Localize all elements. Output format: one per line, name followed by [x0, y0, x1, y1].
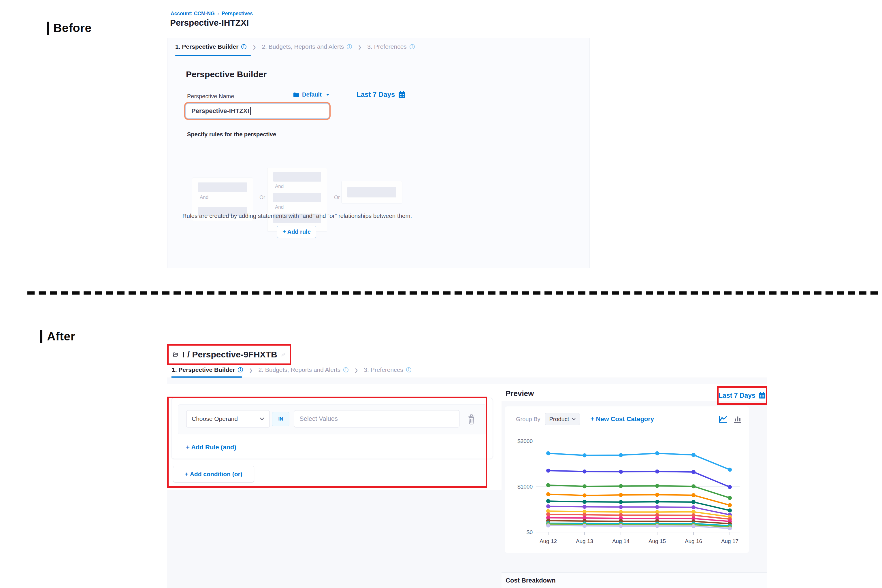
- calendar-icon: [758, 392, 766, 399]
- rule-row: Choose Operand IN: [178, 404, 487, 434]
- tab-preferences[interactable]: 3. Preferences: [364, 366, 412, 373]
- tab-perspective-builder[interactable]: 1. Perspective Builder: [172, 366, 243, 373]
- info-icon: [241, 44, 247, 50]
- add-rule-and-link[interactable]: + Add Rule (and): [186, 444, 236, 451]
- operator-chip[interactable]: IN: [272, 412, 290, 426]
- chart-type-toggles: [718, 413, 742, 425]
- chevron-right-icon: ›: [355, 364, 358, 375]
- svg-text:Aug 13: Aug 13: [576, 538, 593, 544]
- rules-helper-text: Rules are created by adding statements w…: [168, 212, 427, 219]
- svg-text:Aug 14: Aug 14: [612, 538, 630, 544]
- tab-perspective-builder[interactable]: 1. Perspective Builder: [175, 43, 247, 50]
- group-by-label: Group By: [516, 416, 540, 423]
- page-title: Perspective-IHTZXI: [170, 18, 249, 28]
- line-chart-icon[interactable]: [718, 415, 728, 423]
- preview-chart-card: $2000$1000$0Aug 12Aug 13Aug 14Aug 15Aug …: [505, 406, 749, 553]
- info-icon: [237, 367, 243, 373]
- add-condition-or-button[interactable]: + Add condition (or): [173, 466, 254, 483]
- before-screenshot-card: 1. Perspective Builder › 2. Budgets, Rep…: [167, 38, 590, 268]
- svg-text:$2000: $2000: [518, 438, 532, 444]
- tab-preferences[interactable]: 3. Preferences: [367, 43, 415, 50]
- chevron-down-icon: [326, 94, 330, 96]
- svg-text:Aug 16: Aug 16: [685, 538, 702, 544]
- content-background: [167, 490, 501, 588]
- perspective-builder-heading: Perspective Builder: [186, 69, 267, 79]
- specify-rules-label: Specify rules for the perspective: [187, 131, 276, 138]
- info-icon: [406, 367, 412, 373]
- breadcrumb: Account: CCM-NG › Perspectives: [171, 10, 253, 17]
- group-by-row: Group By Product + New Cost Category: [505, 413, 749, 425]
- folder-open-icon: [173, 351, 178, 358]
- date-range-button[interactable]: Last 7 Days: [718, 392, 756, 399]
- screenshot-stage: Before Account: CCM-NG › Perspectives Pe…: [0, 0, 882, 588]
- breadcrumb-perspectives-link[interactable]: Perspectives: [222, 10, 253, 17]
- rule-skeleton-card: And And: [267, 168, 327, 232]
- delete-rule-button[interactable]: [467, 414, 476, 426]
- group-by-select[interactable]: Product: [545, 413, 580, 425]
- preview-heading: Preview: [506, 389, 534, 398]
- content-background: [167, 378, 767, 384]
- svg-text:Aug 17: Aug 17: [721, 538, 738, 544]
- before-after-divider: [27, 291, 878, 295]
- info-icon: [409, 44, 415, 50]
- chevron-right-icon: ›: [253, 41, 256, 52]
- after-section-label: After: [40, 330, 75, 343]
- perspective-title-annotation: ! / Perspective-9FHXTB: [167, 344, 291, 365]
- bar-chart-icon[interactable]: [733, 415, 742, 423]
- perspective-title: ! / Perspective-9FHXTB: [182, 350, 277, 359]
- select-values-input[interactable]: [294, 410, 459, 428]
- before-tab-bar: 1. Perspective Builder › 2. Budgets, Rep…: [175, 42, 415, 51]
- chevron-right-icon: ›: [249, 364, 252, 375]
- chevron-down-icon: [572, 418, 576, 420]
- info-icon: [343, 367, 349, 373]
- after-screenshot-card: ! / Perspective-9FHXTB 1. Perspective Bu…: [167, 340, 767, 588]
- svg-text:Aug 12: Aug 12: [540, 538, 557, 544]
- after-label-text: After: [47, 330, 75, 343]
- chevron-right-icon: ›: [358, 41, 361, 52]
- perspective-name-label: Perspective Name: [187, 93, 234, 100]
- before-label-text: Before: [53, 21, 92, 35]
- label-bar: [40, 330, 42, 343]
- svg-text:Aug 15: Aug 15: [648, 538, 666, 544]
- breadcrumb-separator-icon: ›: [218, 10, 219, 17]
- perspective-name-input[interactable]: Perspective-IHTZXI: [185, 103, 330, 119]
- before-section-label: Before: [47, 21, 92, 35]
- chevron-down-icon: [260, 417, 264, 420]
- info-icon: [346, 44, 352, 50]
- date-range-annotation[interactable]: Last 7 Days: [717, 386, 767, 405]
- new-cost-category-link[interactable]: + New Cost Category: [590, 416, 654, 423]
- svg-text:$1000: $1000: [518, 484, 532, 490]
- preview-line-chart: $2000$1000$0Aug 12Aug 13Aug 14Aug 15Aug …: [505, 406, 749, 553]
- rule-skeleton-card: [341, 181, 402, 204]
- svg-text:$0: $0: [526, 529, 532, 535]
- text-cursor: [250, 107, 251, 115]
- date-range-button[interactable]: Last 7 Days: [357, 90, 406, 99]
- active-tab-underline: [175, 55, 251, 56]
- after-tab-bar: 1. Perspective Builder › 2. Budgets, Rep…: [172, 366, 412, 374]
- breadcrumb-account-link[interactable]: Account: CCM-NG: [171, 10, 215, 17]
- edit-pencil-icon[interactable]: [281, 351, 285, 358]
- operand-select[interactable]: Choose Operand: [186, 410, 270, 428]
- trash-icon: [467, 414, 476, 425]
- folder-selector[interactable]: Default: [293, 92, 330, 98]
- label-bar: [47, 22, 49, 35]
- rule-builder-card: Choose Operand IN + Add Rule (and): [171, 398, 493, 459]
- cost-breakdown-section: Cost Breakdown: [501, 572, 767, 588]
- folder-icon: [293, 92, 300, 98]
- tab-budgets-reports-alerts[interactable]: 2. Budgets, Reports and Alerts: [258, 366, 349, 373]
- tab-budgets-reports-alerts[interactable]: 2. Budgets, Reports and Alerts: [262, 43, 352, 50]
- add-rule-button[interactable]: + Add rule: [277, 226, 316, 238]
- calendar-icon: [398, 91, 406, 99]
- cost-breakdown-heading: Cost Breakdown: [506, 577, 556, 584]
